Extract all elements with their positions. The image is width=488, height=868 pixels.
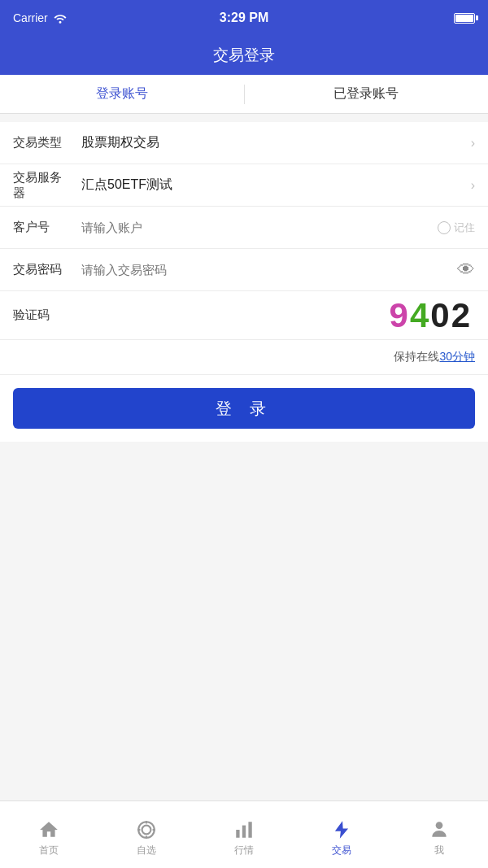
nav-label-market: 行情 [234, 844, 254, 857]
password-label: 交易密码 [13, 262, 72, 277]
svg-point-1 [142, 825, 151, 834]
trade-type-chevron: › [471, 136, 475, 150]
keep-online-row: 保持在线30分钟 [0, 340, 488, 375]
remember-row: 记住 [438, 220, 475, 235]
remember-radio[interactable] [438, 221, 451, 234]
trade-server-value: 汇点50ETF测试 [72, 177, 471, 194]
chart-icon [233, 819, 255, 840]
login-button[interactable]: 登 录 [13, 388, 475, 429]
nav-item-home[interactable]: 首页 [0, 813, 98, 857]
captcha-display[interactable]: 9402 [72, 296, 475, 335]
target-icon [136, 819, 157, 840]
remember-label: 记住 [454, 220, 475, 235]
captcha-row: 验证码 9402 [0, 291, 488, 340]
bottom-nav: 首页 自选 行情 交易 我 [0, 800, 488, 868]
tab-login[interactable]: 登录账号 [0, 75, 244, 113]
status-time: 3:29 PM [220, 11, 268, 25]
tab-bar: 登录账号 已登录账号 [0, 75, 488, 114]
password-row: 交易密码 👁︎ [0, 249, 488, 291]
battery-icon [454, 13, 475, 24]
login-button-area: 登 录 [0, 375, 488, 442]
header: 交易登录 [0, 36, 488, 75]
home-icon [38, 819, 59, 840]
captcha-digit-4: 2 [451, 296, 472, 334]
nav-item-market[interactable]: 行情 [195, 813, 293, 857]
trade-server-chevron: › [471, 178, 475, 193]
person-icon [429, 819, 450, 840]
tab-logged[interactable]: 已登录账号 [245, 75, 489, 113]
captcha-digit-2: 4 [410, 296, 430, 334]
status-right [454, 13, 475, 24]
nav-label-home: 首页 [39, 844, 59, 857]
svg-rect-6 [236, 830, 239, 838]
trade-server-row[interactable]: 交易服务器 汇点50ETF测试 › [0, 164, 488, 207]
trade-type-label: 交易类型 [13, 135, 72, 150]
svg-rect-8 [248, 822, 251, 838]
form-area: 交易类型 股票期权交易 › 交易服务器 汇点50ETF测试 › 客户号 记住 交… [0, 122, 488, 340]
trade-server-label: 交易服务器 [13, 170, 72, 201]
status-bar: Carrier 3:29 PM [0, 0, 488, 36]
captcha-label: 验证码 [13, 308, 72, 323]
keep-online-link[interactable]: 30分钟 [439, 350, 475, 363]
client-id-label: 客户号 [13, 220, 72, 235]
client-id-input[interactable] [72, 220, 438, 234]
client-id-row: 客户号 记住 [0, 207, 488, 249]
password-toggle-icon[interactable]: 👁︎ [457, 260, 475, 281]
nav-item-watchlist[interactable]: 自选 [98, 813, 195, 857]
password-input[interactable] [72, 263, 457, 277]
keep-online-text: 保持在线 [394, 350, 439, 363]
nav-label-watchlist: 自选 [137, 844, 156, 857]
nav-label-me: 我 [434, 844, 444, 857]
captcha-digit-1: 9 [390, 296, 410, 334]
page-title: 交易登录 [213, 45, 275, 66]
wifi-icon [53, 12, 68, 24]
captcha-digit-3: 0 [430, 296, 451, 334]
nav-item-me[interactable]: 我 [390, 813, 488, 857]
svg-rect-7 [242, 825, 246, 837]
trade-type-row[interactable]: 交易类型 股票期权交易 › [0, 122, 488, 164]
carrier-label: Carrier [13, 11, 48, 24]
svg-point-9 [436, 822, 443, 829]
nav-item-trade[interactable]: 交易 [293, 813, 390, 857]
nav-label-trade: 交易 [332, 844, 351, 857]
svg-point-0 [138, 822, 155, 838]
status-left: Carrier [13, 11, 68, 24]
trade-type-value: 股票期权交易 [72, 134, 471, 151]
lightning-icon [331, 819, 352, 840]
